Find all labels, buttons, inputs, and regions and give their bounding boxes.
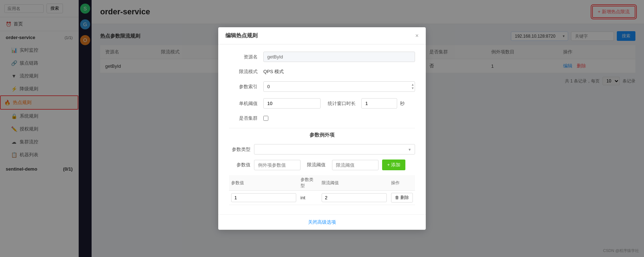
- exc-value-cell: [229, 191, 298, 205]
- mode-value: QPS 模式: [263, 68, 284, 75]
- modal-header: 编辑热点规则 ×: [218, 27, 426, 44]
- exc-action-cell: 🗑 删除: [389, 191, 415, 205]
- edit-modal: 编辑热点规则 × 资源名 限流模式 QPS 模式 参数索引 ▲: [218, 27, 426, 230]
- param-index-row: 参数索引 ▲ ▼: [229, 81, 415, 92]
- exc-col-threshold: 限流阈值: [319, 175, 389, 191]
- modal-body: 资源名 限流模式 QPS 模式 参数索引 ▲ ▼: [218, 44, 426, 211]
- cluster-row: 是否集群: [229, 115, 415, 122]
- window-label: 统计窗口时长: [328, 100, 356, 107]
- modal-title: 编辑热点规则: [225, 32, 258, 39]
- exception-value-label: 参数值: [229, 162, 250, 168]
- add-exception-button[interactable]: + 添加: [382, 160, 405, 170]
- mode-row: 限流模式 QPS 模式: [229, 68, 415, 75]
- param-index-label: 参数索引: [229, 84, 258, 90]
- exception-rate-input[interactable]: [332, 160, 379, 170]
- threshold-window-row: 单机阈值 统计窗口时长 秒: [229, 98, 415, 109]
- exc-col-type: 参数类型: [298, 175, 319, 191]
- exc-value-input[interactable]: [231, 193, 296, 202]
- exception-type-row: 参数类型 int String long double float char b…: [229, 144, 415, 154]
- exception-rate-label: 限流阈值: [307, 162, 326, 168]
- param-index-input[interactable]: [263, 81, 415, 92]
- window-input[interactable]: [361, 98, 397, 109]
- mode-label: 限流模式: [229, 68, 258, 75]
- threshold-input[interactable]: [263, 98, 321, 109]
- exception-delete-button[interactable]: 🗑 删除: [391, 193, 413, 203]
- exc-col-value: 参数值: [229, 175, 298, 191]
- exception-value-input[interactable]: [254, 160, 301, 170]
- exception-value-row: 参数值 限流阈值 + 添加: [229, 160, 415, 170]
- exception-table: 参数值 参数类型 限流阈值 操作 int: [229, 175, 415, 205]
- exc-col-action: 操作: [389, 175, 415, 191]
- exception-section-title: 参数例外项: [229, 128, 415, 138]
- cluster-checkbox[interactable]: [263, 116, 268, 121]
- exc-threshold-cell: [319, 191, 389, 205]
- spinner-down[interactable]: ▼: [411, 87, 414, 90]
- modal-overlay: 编辑热点规则 × 资源名 限流模式 QPS 模式 参数索引 ▲: [0, 0, 644, 257]
- source-name-row: 资源名: [229, 52, 415, 62]
- threshold-label: 单机阈值: [229, 100, 258, 107]
- window-unit: 秒: [400, 100, 405, 107]
- exception-type-wrapper: int String long double float char byte s…: [254, 144, 415, 154]
- modal-footer-link[interactable]: 关闭高级选项: [218, 214, 426, 230]
- cluster-label: 是否集群: [229, 115, 258, 122]
- spinner-arrows: ▲ ▼: [411, 81, 414, 92]
- source-name-label: 资源名: [229, 54, 258, 60]
- param-index-spinner: ▲ ▼: [263, 81, 415, 92]
- modal-close-button[interactable]: ×: [415, 33, 419, 39]
- exc-type-cell: int: [298, 191, 319, 205]
- exception-type-select[interactable]: int String long double float char byte s…: [254, 144, 415, 154]
- source-name-input[interactable]: [263, 52, 415, 62]
- exception-table-row: int 🗑 删除: [229, 191, 415, 205]
- exc-threshold-input[interactable]: [322, 193, 387, 202]
- exception-type-label: 参数类型: [229, 146, 250, 153]
